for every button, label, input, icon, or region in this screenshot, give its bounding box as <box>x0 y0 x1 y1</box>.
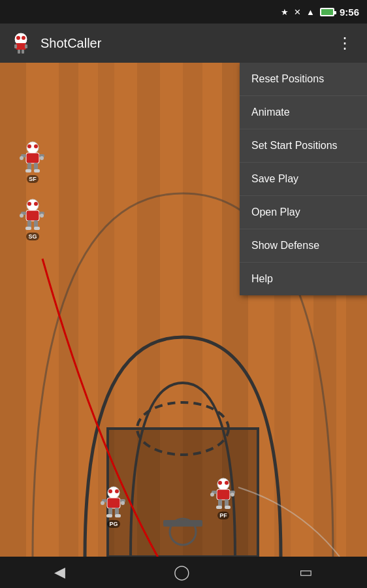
svg-point-69 <box>231 493 234 497</box>
court-container: SF SG <box>0 63 367 557</box>
svg-rect-9 <box>0 63 26 557</box>
svg-point-44 <box>20 214 24 218</box>
svg-rect-21 <box>163 520 202 527</box>
recents-button[interactable]: ▭ <box>286 559 326 586</box>
svg-point-39 <box>27 202 31 206</box>
svg-point-56 <box>101 501 104 505</box>
player-pf-label: PF <box>217 512 229 519</box>
menu-item-open-play[interactable]: Open Play <box>240 196 367 229</box>
status-time: 9:56 <box>340 7 359 18</box>
status-bar: ★ ✕ ▲ 9:56 <box>0 0 367 24</box>
svg-rect-72 <box>216 506 222 509</box>
back-button[interactable]: ◀ <box>41 559 78 586</box>
menu-item-set-start-positions[interactable]: Set Start Positions <box>240 129 367 163</box>
svg-point-63 <box>218 481 222 485</box>
menu-item-save-play[interactable]: Save Play <box>240 163 367 196</box>
svg-point-52 <box>115 489 119 493</box>
svg-rect-3 <box>16 43 26 50</box>
svg-rect-53 <box>107 498 120 508</box>
svg-rect-65 <box>217 489 230 500</box>
overflow-menu-button[interactable]: ⋮ <box>332 30 358 56</box>
svg-rect-6 <box>18 50 20 54</box>
svg-rect-41 <box>26 210 39 221</box>
svg-point-40 <box>34 202 38 206</box>
svg-rect-5 <box>25 44 27 48</box>
home-button[interactable]: ◯ <box>161 559 203 586</box>
svg-rect-48 <box>25 227 31 230</box>
player-sf[interactable]: SF <box>18 141 47 183</box>
svg-rect-49 <box>34 227 40 230</box>
menu-item-animate[interactable]: Animate <box>240 96 367 129</box>
svg-rect-37 <box>34 169 40 172</box>
svg-rect-7 <box>22 50 24 54</box>
svg-point-33 <box>40 156 44 160</box>
player-pf[interactable]: PF <box>209 478 238 519</box>
svg-rect-73 <box>225 506 231 509</box>
dropdown-menu: Reset Positions Animate Set Start Positi… <box>240 63 367 295</box>
svg-point-27 <box>27 144 31 148</box>
app-bar: ShotCaller ⋮ <box>0 24 367 63</box>
player-sg-label: SG <box>26 233 39 240</box>
menu-item-help[interactable]: Help <box>240 263 367 295</box>
svg-rect-61 <box>115 514 121 517</box>
player-pg-label: PG <box>107 520 120 528</box>
svg-rect-60 <box>106 514 112 517</box>
svg-point-68 <box>210 493 214 497</box>
svg-point-2 <box>22 36 25 40</box>
svg-point-28 <box>34 144 38 148</box>
battery-icon <box>320 8 334 16</box>
player-pg[interactable]: PG <box>99 486 128 528</box>
bluetooth-icon: ★ <box>281 7 289 17</box>
signal-icon: ✕ <box>294 7 301 17</box>
svg-point-45 <box>40 214 44 218</box>
player-sg[interactable]: SG <box>18 199 47 240</box>
menu-item-reset-positions[interactable]: Reset Positions <box>240 63 367 96</box>
svg-point-51 <box>108 489 112 493</box>
svg-rect-29 <box>26 153 39 163</box>
app-logo <box>9 31 33 55</box>
svg-rect-36 <box>25 169 31 172</box>
svg-point-1 <box>16 36 20 40</box>
wifi-icon: ▲ <box>306 7 315 17</box>
svg-point-57 <box>121 501 125 505</box>
svg-point-32 <box>20 156 24 160</box>
app-title: ShotCaller <box>40 36 332 51</box>
svg-point-64 <box>225 481 229 485</box>
menu-item-show-defense[interactable]: Show Defense <box>240 229 367 263</box>
nav-bar: ◀ ◯ ▭ <box>0 557 367 588</box>
svg-rect-4 <box>14 44 17 48</box>
player-sf-label: SF <box>27 175 39 183</box>
